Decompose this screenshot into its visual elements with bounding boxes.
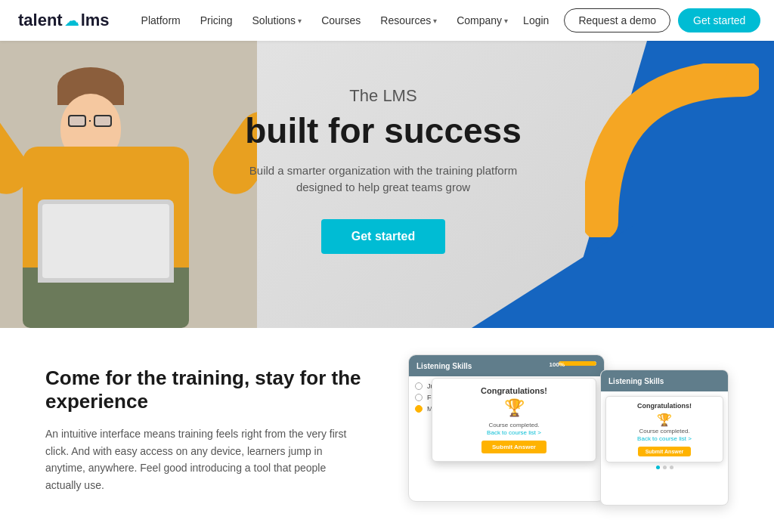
- mock-phone-popup-title: Congratulations!: [611, 402, 717, 410]
- nav-links: Platform Pricing Solutions ▾ Courses Res…: [134, 10, 516, 31]
- mock-phone-dot-1: [656, 466, 660, 469]
- resources-chevron-icon: ▾: [433, 17, 437, 25]
- navigation: talent ☁ lms Platform Pricing Solutions …: [0, 0, 774, 41]
- mock-popup-body: Course completed.: [440, 421, 588, 429]
- person-laptop: [38, 200, 174, 283]
- nav-solutions[interactable]: Solutions ▾: [245, 10, 310, 31]
- mock-trophy-icon: 🏆: [440, 398, 588, 418]
- lower-visual: Listening Skills 100% Jump... Focu... Ma…: [408, 347, 729, 513]
- hero-title: built for success: [227, 112, 540, 150]
- mock-phone-title: Listening Skills: [608, 377, 664, 385]
- get-started-nav-button[interactable]: Get started: [678, 8, 760, 32]
- logo-cloud-icon: ☁: [64, 11, 79, 29]
- hero-person-illustration: [0, 41, 257, 328]
- mock-radio-3: [415, 405, 423, 413]
- logo[interactable]: talent ☁ lms: [18, 11, 110, 30]
- mock-phone-popup-body: Course completed.: [611, 427, 717, 435]
- company-chevron-icon: ▾: [504, 17, 508, 25]
- nav-pricing[interactable]: Pricing: [193, 10, 240, 31]
- mock-submit-button[interactable]: Submit Answer: [481, 441, 546, 453]
- hero-subtitle: The LMS: [227, 86, 540, 106]
- nav-platform[interactable]: Platform: [134, 10, 188, 31]
- solutions-chevron-icon: ▾: [298, 17, 302, 25]
- login-button[interactable]: Login: [515, 10, 556, 31]
- hero-section: The LMS built for success Build a smarte…: [0, 41, 774, 328]
- mock-radio-2: [415, 394, 423, 401]
- hero-description: Build a smarter organization with the tr…: [227, 162, 540, 196]
- mock-tablet: Listening Skills 100% Jump... Focu... Ma…: [408, 354, 605, 502]
- lower-section: Come for the training, stay for the expe…: [0, 328, 774, 532]
- mock-tablet-title: Listening Skills: [416, 362, 472, 370]
- mock-popup-link[interactable]: Back to course list >: [440, 429, 588, 436]
- mock-phone-popup: Congratulations! 🏆 Course completed. Bac…: [605, 396, 723, 462]
- mock-phone-trophy-icon: 🏆: [611, 413, 717, 427]
- hero-content: The LMS built for success Build a smarte…: [227, 86, 540, 254]
- mock-tablet-header: Listening Skills 100%: [409, 355, 604, 376]
- lower-body: An intuitive interface means training fe…: [45, 425, 363, 493]
- lower-heading: Come for the training, stay for the expe…: [45, 367, 363, 413]
- mock-phone-body: Congratulations! 🏆 Course completed. Bac…: [601, 391, 728, 474]
- nav-resources[interactable]: Resources ▾: [373, 10, 444, 31]
- mock-radio-1: [415, 382, 423, 390]
- mock-congratulations-popup: Congratulations! 🏆 Course completed. Bac…: [432, 378, 596, 462]
- mock-phone-submit-button[interactable]: Submit Answer: [638, 447, 692, 456]
- mock-phone: Listening Skills Congratulations! 🏆 Cour…: [600, 370, 729, 506]
- nav-actions: Login Request a demo Get started: [515, 8, 760, 32]
- laptop-screen: [42, 204, 169, 278]
- mock-phone-header: Listening Skills: [601, 370, 728, 391]
- mock-popup-title: Congratulations!: [440, 386, 588, 395]
- mock-tablet-percent: 100%: [550, 361, 565, 368]
- logo-talent: talent: [18, 11, 63, 30]
- hero-arrow-icon: [585, 63, 759, 237]
- mock-phone-dots: [605, 466, 723, 469]
- logo-lms: lms: [81, 11, 110, 30]
- mock-phone-dot-3: [670, 466, 673, 469]
- mock-phone-popup-link[interactable]: Back to course list >: [611, 435, 717, 442]
- nav-company[interactable]: Company ▾: [449, 10, 515, 31]
- request-demo-button[interactable]: Request a demo: [564, 8, 670, 32]
- lower-text-block: Come for the training, stay for the expe…: [45, 367, 363, 493]
- mock-phone-dot-2: [663, 466, 667, 469]
- nav-courses[interactable]: Courses: [314, 10, 368, 31]
- hero-get-started-button[interactable]: Get started: [321, 219, 445, 254]
